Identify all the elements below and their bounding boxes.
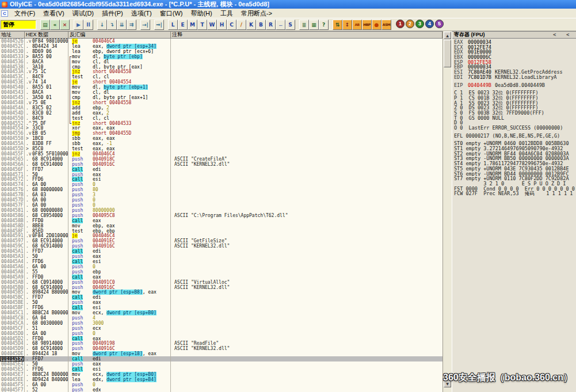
disasm-row[interactable]: 00404550.84C9│testcl, cl [0, 116, 443, 121]
disasm-row[interactable]: 004045D0.6A 00push0 [0, 331, 443, 336]
breakpoint-dot-button[interactable]: ● [372, 20, 382, 30]
windows-button[interactable]: W [207, 20, 217, 30]
disasm-row[interactable]: 0040458F.85EDtestebp, ebp [0, 229, 443, 234]
disasm-row[interactable]: 0040457F.6A 00push0 [0, 203, 443, 208]
disasm-row[interactable]: 0040456A.68 6C914000push0040916CASCII "K… [0, 162, 443, 167]
disasm-row[interactable]: 00404571.50pusheax [0, 172, 443, 177]
run-trace-button[interactable]: ... [276, 20, 285, 30]
disasm-row[interactable]: 004045E7.8B8C24 B0000000movecx, dword pt… [0, 372, 443, 377]
disasm-row[interactable]: 0040455A.83D8 FFsbbeax, -1 [0, 141, 443, 146]
disasm-row[interactable]: 00404552.^75 DF└jnzshort 00404533 [0, 121, 443, 126]
disasm-row[interactable]: 00404581.68 00000080push80000000 [0, 208, 443, 213]
disasm-row[interactable]: 0040454D.83C0 02│addeax, 2 [0, 111, 443, 116]
disasm-row[interactable]: 004045F7.52pushedx [0, 387, 443, 392]
executables-button[interactable]: E [178, 20, 188, 30]
disasm-row[interactable]: 00404554>33C0xoreax, eax [0, 125, 443, 131]
disasm-row[interactable]: 004045EE.8D9424 B4000000leaedx, dword pt… [0, 377, 443, 382]
disasm-row[interactable]: 004045DE.894424 18movdword ptr [esp+18],… [0, 351, 443, 356]
disasm-row[interactable]: 00404565.68 8C914000push0040918CASCII "C… [0, 157, 443, 162]
hbp-button[interactable]: HBP [362, 20, 372, 30]
desktop-2-button[interactable]: 2 [406, 20, 414, 28]
fpu-view-chevron-2[interactable]: < [566, 32, 569, 38]
disasm-row[interactable]: 00404530.8D69 06leaebp, dword ptr [ecx+6… [0, 49, 443, 54]
disasm-row[interactable]: 004045A9.FFD0calleax [0, 275, 443, 280]
disasm-row[interactable]: 0040454A.83C5 02│addebp, 2 [0, 105, 443, 111]
disasm-row[interactable]: 00404526.v0F84 98010000je004046C4 [0, 39, 443, 44]
disasm-row[interactable]: 0040453A.v75 1C│jnzshort 00404558 [0, 69, 443, 74]
disasm-row[interactable]: 0040455D>85C0testeax, eax [0, 146, 443, 151]
disasm-row[interactable]: 00404536.8ACA│movcl, dl [0, 59, 443, 64]
fpu-view-chevron-1[interactable]: < [553, 32, 556, 38]
breakpoints-button[interactable]: B [256, 20, 266, 30]
desktop-5-button[interactable]: 5 [435, 20, 444, 28]
disasm-row[interactable]: 0040453C.84C9│testcl, cl [0, 74, 443, 79]
disasm-row[interactable]: 00404576.68 80000000push80 [0, 187, 443, 192]
plugin-arrows-button[interactable]: ↕ [342, 20, 352, 30]
disasm-row[interactable]: 004045A1.FFD7calledi [0, 249, 443, 254]
disasm-row[interactable]: 00404597.68 EC914000push004091ECASCII "G… [0, 238, 443, 243]
disasm-row[interactable]: 004045D9.68 6C914000push0040916CASCII "K… [0, 346, 443, 351]
disasm-row[interactable]: 004045A6.6A 00push0 [0, 264, 443, 269]
register-row[interactable]: ECX0012FE74 [454, 45, 576, 50]
close-button[interactable]: × [60, 20, 70, 30]
go-to-address-button[interactable]: ⇒| [154, 20, 164, 30]
disasm-row[interactable]: 004045D4.68 98914000push00409198ASCII "R… [0, 341, 443, 346]
cpu-button[interactable]: C [227, 20, 236, 30]
disasm-row[interactable]: 004045E2.FFD7calledi [0, 356, 443, 361]
patches-button[interactable]: / [236, 20, 246, 30]
disasm-row[interactable]: 0040455F.v0F85 5F010000jnz004046C4 [0, 151, 443, 157]
register-row[interactable]: EBX0000006C [454, 55, 576, 60]
disasm-row[interactable]: 00404558>1BC0sbbeax, eax [0, 136, 443, 141]
menu-item-file[interactable]: 文件(F) [10, 9, 39, 18]
disasm-row[interactable]: 004045CA.68 00300000push3000 [0, 321, 443, 326]
disasm-row[interactable]: 004045E4.50pusheax [0, 361, 443, 367]
step-over-button[interactable]: ↴ [107, 20, 117, 30]
disasm-row[interactable]: 004045D2.FFD0calleax [0, 336, 443, 341]
disasm-row[interactable]: 004045B0.68 6C914000push0040916CASCII "K… [0, 285, 443, 290]
vertical-scrollbar[interactable]: ▲ ▼ [443, 31, 452, 392]
disasm-row[interactable]: 004045C1.8B8C24 B0000000movecx, dword pt… [0, 310, 443, 315]
disasm-row[interactable]: 00404574.6A 00push0 [0, 182, 443, 187]
disasm-row[interactable]: 00404545.3A50 01│cmpdl, byte ptr [eax+1] [0, 95, 443, 100]
execute-till-return-button[interactable]: →| [140, 20, 150, 30]
help-button[interactable]: ? [319, 20, 329, 30]
desktop-3-button[interactable]: 3 [415, 20, 424, 28]
disasm-row[interactable]: 00404548.v75 0E│jnzshort 00404558 [0, 100, 443, 105]
disasm-row[interactable]: 0040457B.6A 03push3 [0, 192, 443, 197]
disasm-row[interactable]: 00404572.FFD6callesi [0, 177, 443, 182]
open-file-button[interactable]: ▤ [40, 20, 50, 30]
register-row[interactable]: EDI7C801D7BKERNEL32.LoadLibraryA [454, 75, 576, 80]
disasm-row[interactable]: 004045A4.FFD6callesi [0, 259, 443, 264]
log-window-button[interactable]: L [168, 20, 178, 30]
disasm-row[interactable]: 004045F5.6A 00push0 [0, 382, 443, 387]
mdi-child-icon[interactable]: C [1, 10, 8, 17]
disasm-row[interactable]: 004045BC.FFD7calledi [0, 295, 443, 300]
run-button[interactable]: ▶ [74, 20, 83, 30]
menu-item-window[interactable]: 窗口(W) [156, 9, 187, 18]
menu-item-options[interactable]: 选项(T) [127, 9, 156, 18]
threads-button[interactable]: T [197, 20, 207, 30]
list-view-button[interactable]: ≣ [299, 20, 309, 30]
restart-button[interactable]: « [50, 20, 60, 30]
menu-item-tools[interactable]: 工具 [216, 9, 237, 18]
source-button[interactable]: S [285, 20, 295, 30]
scroll-up-button[interactable]: ▲ [444, 32, 451, 39]
register-row[interactable]: ESP0012FE58 [454, 60, 576, 65]
disasm-row[interactable]: 004045A3.50pusheax [0, 254, 443, 259]
scrollbar-thumb[interactable] [444, 40, 451, 67]
disasm-row[interactable]: 00404556.vEB 05jmpshort 0040455D [0, 131, 443, 136]
disasm-row[interactable]: 004045BE.50pusheax [0, 300, 443, 305]
disasm-row[interactable]: 004045CF.51pushecx [0, 326, 443, 331]
disasm-row[interactable]: 0040456F.FFD7calledi [0, 167, 443, 172]
disasm-row[interactable]: 00404533>8A55 00┌movdl, byte ptr [ebp] [0, 54, 443, 59]
menu-item-plugins[interactable]: 插件(P) [98, 9, 127, 18]
disasm-row[interactable]: 0040457D.6A 00push0 [0, 197, 443, 203]
desktop-4-button[interactable]: 4 [425, 20, 434, 28]
disasm-row[interactable]: 0040458D.8BE8movebp, eax [0, 223, 443, 229]
disasm-row[interactable]: 004045BF.FFD6callesi [0, 305, 443, 310]
asm-button[interactable]: ASM [382, 20, 391, 30]
call-stack-button[interactable]: K [246, 20, 256, 30]
menu-item-debug[interactable]: 调试(D) [68, 9, 98, 18]
disasm-row[interactable]: 00404586.68 C8954000push004095C8ASCII "C… [0, 213, 443, 218]
menu-item-view[interactable]: 查看(V) [39, 9, 68, 18]
